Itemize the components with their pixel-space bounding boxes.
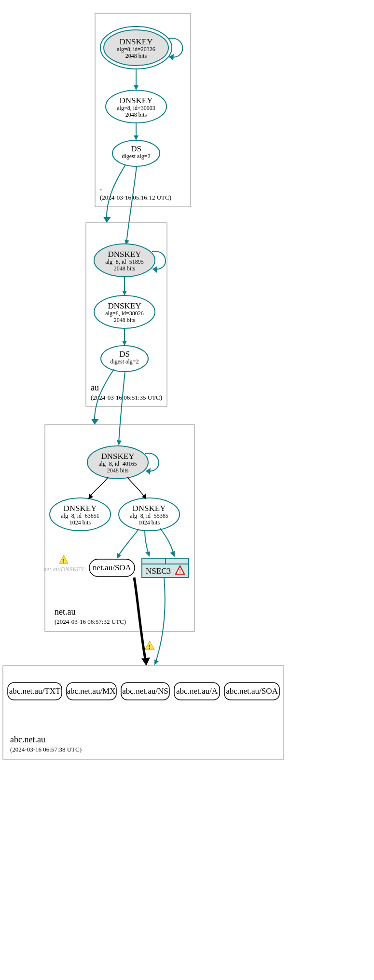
svg-marker-32 bbox=[117, 553, 121, 559]
svg-marker-17 bbox=[91, 419, 99, 425]
edge-netau-to-abc-thick bbox=[134, 577, 146, 661]
au-ksk-l2: alg=8, id=51895 bbox=[105, 258, 144, 265]
node-abc-ns[interactable]: abc.net.au/NS bbox=[121, 683, 169, 700]
svg-marker-12 bbox=[152, 266, 157, 273]
netau-zsk1-l2: alg=8, id=63651 bbox=[61, 512, 99, 519]
edge-zsk2-nsec-r bbox=[160, 528, 174, 554]
netau-zsk2-title: DNSKEY bbox=[133, 504, 166, 513]
zone-netau-label: net.au bbox=[55, 607, 75, 617]
root-ksk-l2: alg=8, id=20326 bbox=[117, 46, 155, 53]
netau-soa-title: net.au/SOA bbox=[93, 563, 132, 572]
zone-root-label: . bbox=[100, 183, 102, 192]
zone-au-time: (2024-03-16 06:51:35 UTC) bbox=[91, 394, 162, 401]
svg-marker-34 bbox=[170, 551, 175, 557]
node-au-zsk[interactable]: DNSKEY alg=8, id=38026 2048 bits bbox=[94, 295, 155, 328]
zone-au-label: au bbox=[91, 383, 99, 392]
node-netau-zsk1[interactable]: DNSKEY alg=8, id=63651 1024 bits bbox=[50, 498, 111, 531]
node-abc-mx[interactable]: abc.net.au/MX bbox=[67, 683, 116, 700]
netau-ksk-l3: 2048 bits bbox=[107, 467, 129, 474]
edge-zsk2-soa bbox=[118, 529, 139, 557]
au-ds-title: DS bbox=[119, 349, 130, 359]
edge-au-ds-to-netau-ksk bbox=[119, 372, 125, 443]
svg-text:!: ! bbox=[179, 568, 181, 575]
zone-abc-label: abc.net.au bbox=[10, 735, 45, 744]
netau-zsk1-l3: 1024 bits bbox=[69, 519, 91, 526]
au-ds-l2: digest alg=2 bbox=[110, 358, 139, 365]
netau-nsec-title: NSEC3 bbox=[146, 566, 171, 576]
edge-root-ds-to-au-ksk bbox=[126, 166, 137, 242]
zone-au: au (2024-03-16 06:51:35 UTC) DNSKEY alg=… bbox=[86, 223, 167, 406]
svg-marker-7 bbox=[134, 135, 139, 140]
au-zsk-l3: 2048 bits bbox=[114, 317, 136, 323]
ghost-netau-dnskey: net.au/DNSKEY bbox=[43, 565, 85, 573]
edge-root-to-au-thick bbox=[107, 165, 125, 221]
abc-ns-label: abc.net.au/NS bbox=[122, 686, 168, 696]
svg-marker-5 bbox=[134, 85, 139, 90]
zone-abc: abc.net.au (2024-03-16 06:57:38 UTC) abc… bbox=[3, 666, 284, 759]
node-au-ds[interactable]: DS digest alg=2 bbox=[101, 346, 148, 372]
root-zsk-title: DNSKEY bbox=[120, 96, 153, 105]
node-au-ksk[interactable]: DNSKEY alg=8, id=51895 2048 bits bbox=[94, 244, 155, 277]
netau-zsk1-title: DNSKEY bbox=[64, 504, 97, 513]
node-netau-soa[interactable]: net.au/SOA bbox=[89, 559, 135, 577]
warning-icon: ! bbox=[59, 555, 68, 564]
node-netau-nsec3[interactable]: NSEC3 ! bbox=[142, 558, 189, 577]
node-root-zsk[interactable]: DNSKEY alg=8, id=30903 2048 bits bbox=[106, 90, 166, 123]
svg-marker-14 bbox=[122, 291, 127, 295]
node-abc-a[interactable]: abc.net.au/A bbox=[174, 683, 220, 700]
netau-zsk2-l3: 1024 bits bbox=[139, 519, 160, 526]
root-zsk-l2: alg=8, id=30903 bbox=[117, 105, 155, 111]
svg-marker-38 bbox=[141, 658, 150, 666]
netau-ksk-l2: alg=8, id=40165 bbox=[98, 460, 137, 467]
edge-netau-ksk-zsk1 bbox=[89, 477, 108, 497]
svg-marker-8 bbox=[103, 217, 111, 223]
svg-marker-18 bbox=[117, 440, 122, 445]
svg-text:net.au/DNSKEY: net.au/DNSKEY bbox=[43, 565, 85, 573]
root-ksk-title: DNSKEY bbox=[120, 37, 153, 46]
node-netau-zsk2[interactable]: DNSKEY alg=8, id=55365 1024 bits bbox=[119, 498, 180, 531]
abc-soa-label: abc.net.au/SOA bbox=[226, 686, 278, 696]
zone-abc-time: (2024-03-16 06:57:38 UTC) bbox=[10, 746, 82, 753]
node-abc-txt[interactable]: abc.net.au/TXT bbox=[8, 683, 62, 700]
abc-a-label: abc.net.au/A bbox=[176, 686, 218, 696]
au-zsk-l2: alg=8, id=38026 bbox=[105, 310, 144, 317]
node-netau-ksk[interactable]: DNSKEY alg=8, id=40165 2048 bits bbox=[87, 446, 148, 479]
au-ksk-title: DNSKEY bbox=[108, 250, 141, 259]
root-ds-title: DS bbox=[131, 144, 141, 153]
zone-root: . (2024-03-16 05:16:12 UTC) DNSKEY alg=8… bbox=[95, 13, 191, 207]
svg-marker-16 bbox=[122, 341, 127, 346]
au-ksk-l3: 2048 bits bbox=[114, 265, 136, 272]
edge-nsec-to-abc bbox=[155, 577, 165, 663]
edge-zsk2-nsec-l bbox=[145, 530, 149, 554]
svg-text:!: ! bbox=[149, 644, 151, 650]
node-abc-soa[interactable]: abc.net.au/SOA bbox=[224, 683, 279, 700]
au-zsk-title: DNSKEY bbox=[108, 301, 141, 310]
netau-ksk-title: DNSKEY bbox=[101, 452, 135, 461]
edge-netau-ksk-zsk2 bbox=[127, 477, 145, 497]
node-root-ksk[interactable]: DNSKEY alg=8, id=20326 2048 bits bbox=[100, 27, 172, 69]
abc-mx-label: abc.net.au/MX bbox=[67, 686, 115, 696]
root-zsk-l3: 2048 bits bbox=[125, 111, 147, 118]
root-ksk-l3: 2048 bits bbox=[125, 53, 147, 59]
warning-icon: ! bbox=[145, 641, 154, 650]
svg-text:!: ! bbox=[63, 557, 65, 564]
zone-netau: net.au (2024-03-16 06:57:32 UTC) DNSKEY … bbox=[43, 425, 194, 631]
zone-netau-time: (2024-03-16 06:57:32 UTC) bbox=[55, 618, 126, 625]
abc-txt-label: abc.net.au/TXT bbox=[9, 686, 61, 696]
node-root-ds[interactable]: DS digest alg=2 bbox=[112, 140, 160, 166]
root-ds-l2: digest alg=2 bbox=[122, 153, 150, 160]
svg-marker-33 bbox=[145, 551, 150, 557]
svg-rect-42 bbox=[3, 666, 284, 759]
netau-zsk2-l2: alg=8, id=55365 bbox=[130, 512, 168, 519]
svg-marker-21 bbox=[146, 468, 151, 475]
